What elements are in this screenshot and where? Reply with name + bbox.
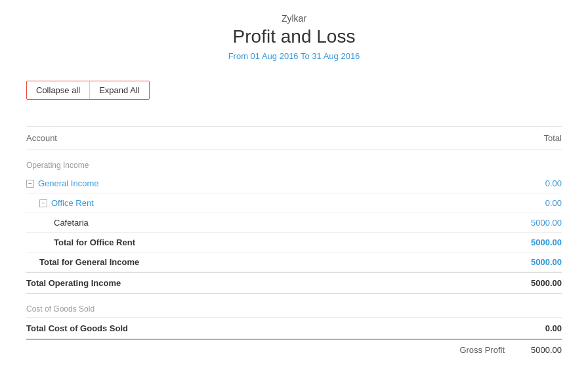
table-row: − General Income 0.00 [26, 174, 562, 194]
date-to: 31 Aug 2016 [312, 51, 360, 61]
total-office-rent-value: 5000.00 [531, 237, 562, 247]
section-operating-income: Operating Income [26, 150, 562, 174]
general-income-account: − General Income [26, 178, 99, 188]
total-operating-income-label: Total Operating Income [26, 278, 121, 288]
company-name: Zylkar [26, 13, 562, 24]
table-row: Cafetaria 5000.00 [26, 213, 562, 233]
total-general-income-value: 5000.00 [531, 257, 562, 267]
total-operating-income-value: 5000.00 [531, 278, 562, 288]
section-cogs: Cost of Goods Sold [26, 294, 562, 317]
office-rent-account: − Office Rent [26, 198, 94, 208]
table-row: − Office Rent 0.00 [26, 194, 562, 213]
office-rent-label[interactable]: Office Rent [51, 198, 94, 208]
report-title: Profit and Loss [26, 26, 562, 47]
cafetaria-account: Cafetaria [26, 218, 89, 228]
page: Zylkar Profit and Loss From 01 Aug 2016 … [0, 0, 588, 389]
date-prefix: From [228, 51, 251, 61]
gross-profit-label: Gross Profit [459, 345, 505, 355]
gross-profit-row: Gross Profit 5000.00 [26, 339, 562, 360]
report-header: Zylkar Profit and Loss From 01 Aug 2016 … [26, 13, 562, 61]
toolbar-wrapper: Collapse all Expand All [26, 81, 562, 113]
col-total-header: Total [544, 133, 562, 143]
expand-all-button[interactable]: Expand All [90, 81, 148, 99]
collapse-icon-office-rent[interactable]: − [39, 199, 47, 207]
toolbar: Collapse all Expand All [26, 81, 150, 100]
cafetaria-label: Cafetaria [54, 218, 89, 228]
gross-profit-value: 5000.00 [531, 345, 562, 355]
date-range: From 01 Aug 2016 To 31 Aug 2016 [26, 51, 562, 61]
date-from: 01 Aug 2016 [251, 51, 299, 61]
total-general-income-label: Total for General Income [39, 257, 139, 267]
table-row: Total for General Income 5000.00 [26, 253, 562, 272]
general-income-label[interactable]: General Income [38, 178, 99, 188]
total-office-rent-account: Total for Office Rent [26, 237, 135, 247]
date-mid: To [299, 51, 312, 61]
report-table: Account Total Operating Income − General… [26, 126, 562, 360]
office-rent-value: 0.00 [545, 198, 562, 208]
total-office-rent-label: Total for Office Rent [54, 237, 135, 247]
total-cogs-row: Total Cost of Goods Sold 0.00 [26, 317, 562, 339]
collapse-all-button[interactable]: Collapse all [27, 81, 90, 99]
cafetaria-value: 5000.00 [531, 218, 562, 228]
total-general-income-account: Total for General Income [26, 257, 139, 267]
total-cogs-value: 0.00 [545, 323, 562, 333]
total-cogs-label: Total Cost of Goods Sold [26, 323, 128, 333]
table-row: Total for Office Rent 5000.00 [26, 233, 562, 253]
general-income-value: 0.00 [545, 178, 562, 188]
collapse-icon-general-income[interactable]: − [26, 180, 34, 188]
table-header: Account Total [26, 127, 562, 150]
total-operating-income-row: Total Operating Income 5000.00 [26, 272, 562, 294]
col-account-header: Account [26, 133, 57, 143]
